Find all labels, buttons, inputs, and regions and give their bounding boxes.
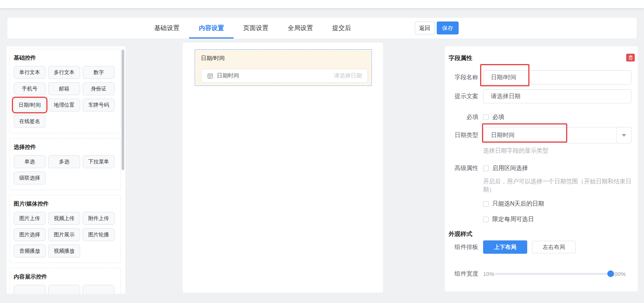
field-name-input[interactable]: 日期/时间 (483, 70, 631, 84)
control-palette-sidebar: 基础控件 单行文本 多行文本 数字 手机号 邮箱 身份证 日期/时间 地理位置 … (7, 46, 125, 294)
section-title: 内容展示控件 (14, 273, 117, 280)
sidebar-item-license-plate[interactable]: 车牌号码 (83, 99, 115, 111)
field-placeholder: 请选择日期 (334, 72, 362, 79)
field-label: 日期时间 (217, 72, 330, 79)
browser-top-strip (0, 0, 644, 8)
field-name-label: 字段名称 (445, 74, 478, 81)
sidebar-item-audio-player[interactable]: 音频播放 (14, 244, 46, 257)
tab-global-settings[interactable]: 全局设置 (278, 18, 323, 39)
tab-after-submit[interactable]: 提交后 (323, 18, 361, 39)
hint-text-input[interactable]: 请选择日期 (483, 89, 631, 103)
sidebar-scrollbar[interactable] (122, 50, 124, 170)
sidebar-item-image-carousel[interactable]: 图片轮播 (83, 228, 115, 241)
sidebar-item-dropdown[interactable]: 下拉菜单 (83, 155, 115, 168)
sidebar-item-video-player[interactable]: 视频播放 (48, 244, 80, 257)
weekday-limit-checkbox[interactable] (483, 217, 489, 222)
date-field-preview[interactable]: 日期时间 请选择日期 (201, 69, 368, 83)
layout-label: 组件排板 (445, 243, 478, 251)
layout-top-bottom-button[interactable]: 上下布局 (483, 240, 527, 254)
advanced-props-label: 高级属性 (445, 164, 478, 172)
date-type-label: 日期类型 (445, 131, 478, 139)
sidebar-item-date-time[interactable]: 日期/时间 (14, 99, 46, 111)
n-days-label: 只能选N天后的日期 (492, 200, 544, 208)
appearance-section-title: 外观样式 (449, 230, 638, 238)
section-title: 基础控件 (14, 54, 117, 61)
sidebar-item-video-upload[interactable]: 视频上传 (48, 212, 80, 225)
sidebar-item-cascade-select[interactable]: 级联选择 (14, 172, 46, 184)
field-properties-panel: 字段属性 字段名称 日期/时间 提示文案 请选择日期 必填 必填 日期类型 日期… (445, 46, 638, 292)
weekday-limit-option[interactable]: 限定每周可选日 (483, 216, 631, 223)
section-title: 图片/媒体控件 (14, 200, 117, 207)
sidebar-item-cutoff-2[interactable] (48, 285, 80, 294)
n-days-option[interactable]: 只能选N天后的日期 (483, 200, 631, 208)
component-width-label: 组件宽度 (445, 270, 478, 278)
dropdown-arrow-segment[interactable] (616, 127, 631, 143)
date-type-value: 日期时间 (483, 131, 616, 139)
date-type-select[interactable]: 日期时间 (483, 127, 631, 143)
sidebar-item-radio[interactable]: 单选 (14, 155, 46, 168)
sidebar-item-id-card[interactable]: 身份证 (83, 82, 115, 95)
section-basic-controls: 基础控件 单行文本 多行文本 数字 手机号 邮箱 身份证 日期/时间 地理位置 … (9, 49, 121, 133)
weekday-limit-label: 限定每周可选日 (492, 216, 534, 223)
required-checkbox-label: 必填 (492, 113, 504, 121)
sidebar-item-single-line-text[interactable]: 单行文本 (14, 66, 46, 79)
hint-text-value: 请选择日期 (491, 93, 521, 100)
sidebar-item-checkbox[interactable]: 多选 (48, 155, 80, 168)
form-canvas: 日期/时间 日期时间 请选择日期 (183, 43, 383, 293)
panel-title: 字段属性 (449, 54, 638, 62)
tab-basic-settings[interactable]: 基础设置 (145, 18, 189, 39)
width-slider-handle[interactable] (607, 270, 614, 277)
chevron-down-icon (622, 134, 626, 137)
date-type-help: 选择日期字段的显示类型 (483, 147, 548, 155)
section-media-controls: 图片/媒体控件 图片上传 视频上传 附件上传 图片选择 图片展示 图片轮播 音频… (9, 195, 121, 263)
back-button[interactable]: 返回 (415, 21, 435, 34)
layout-left-right-button[interactable]: 左右布局 (532, 241, 576, 253)
n-days-checkbox[interactable] (483, 201, 489, 207)
sidebar-item-multi-line-text[interactable]: 多行文本 (48, 66, 80, 79)
range-select-checkbox[interactable] (483, 166, 489, 171)
sidebar-item-image-upload[interactable]: 图片上传 (14, 212, 46, 225)
sidebar-item-cutoff-1[interactable] (14, 285, 46, 294)
required-label: 必填 (445, 113, 478, 121)
save-button[interactable]: 保存 (437, 21, 459, 34)
settings-tabs: 基础设置 内容设置 页面设置 全局设置 提交后 (145, 18, 361, 39)
tab-content-settings[interactable]: 内容设置 (189, 18, 234, 39)
section-content-display-controls: 内容展示控件 (9, 268, 121, 294)
header-bar: 基础设置 内容设置 页面设置 全局设置 提交后 返回 保存 (7, 18, 637, 39)
selected-field-block[interactable]: 日期/时间 日期时间 请选择日期 (195, 49, 372, 86)
sidebar-item-signature[interactable]: 在线签名 (14, 115, 46, 128)
sidebar-item-attachment-upload[interactable]: 附件上传 (83, 212, 115, 225)
sidebar-item-location[interactable]: 地理位置 (48, 99, 80, 111)
required-checkbox[interactable] (483, 114, 489, 120)
section-title: 选择控件 (14, 144, 117, 151)
sidebar-item-email[interactable]: 邮箱 (48, 82, 80, 95)
tab-page-settings[interactable]: 页面设置 (234, 18, 278, 39)
range-select-help: 开启后，用户可以选择一个日期范围（开始日期和结束日期） (483, 177, 631, 194)
sidebar-item-number[interactable]: 数字 (83, 66, 115, 79)
required-checkbox-row[interactable]: 必填 (483, 113, 504, 121)
section-choice-controls: 选择控件 单选 多选 下拉菜单 级联选择 (9, 138, 121, 190)
field-title: 日期/时间 (201, 55, 225, 62)
field-name-value: 日期/时间 (491, 74, 516, 81)
sidebar-item-image-display[interactable]: 图片展示 (48, 228, 80, 241)
delete-field-button[interactable] (626, 54, 635, 61)
sidebar-item-cutoff-3[interactable] (83, 285, 115, 294)
trash-icon (628, 55, 633, 60)
calendar-icon (207, 73, 213, 79)
sidebar-item-phone[interactable]: 手机号 (14, 82, 46, 95)
sidebar-item-image-select[interactable]: 图片选择 (14, 228, 46, 241)
slider-min-label: 10% (483, 271, 494, 277)
range-select-option[interactable]: 启用区间选择 (483, 164, 631, 172)
range-select-label: 启用区间选择 (492, 164, 528, 172)
width-slider[interactable] (495, 273, 611, 275)
hint-text-label: 提示文案 (445, 93, 478, 100)
